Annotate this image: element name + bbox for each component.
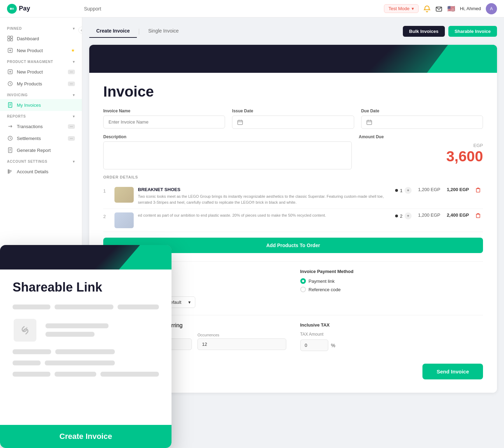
svg-rect-18 (476, 189, 480, 192)
sidebar-settlements-label: Settlements (17, 136, 41, 141)
new-product-icon (7, 69, 13, 75)
sidebar-section-invoicing: INVOICING ▾ (0, 90, 82, 99)
order-item-delete-2[interactable] (473, 212, 483, 219)
calendar-icon (237, 119, 243, 125)
notification-icon[interactable] (424, 5, 430, 12)
amount-currency: EGP (359, 143, 483, 148)
invoice-name-label: Invoice Name (103, 108, 225, 113)
new-product-badge: ··· (68, 70, 75, 74)
chevron-icon-5: ▾ (73, 160, 75, 163)
sidebar-item-account-details[interactable]: Account Details (0, 166, 82, 177)
due-date-input[interactable] (361, 115, 483, 129)
order-item-delete-1[interactable] (473, 187, 483, 194)
page-header: Create Invoice | Single Invoice Bulk Inv… (89, 24, 497, 38)
qty-dot-2 (395, 215, 398, 217)
transactions-badge: ··· (68, 124, 75, 129)
tax-section: Inclusive TAX TAX Amount % (300, 322, 483, 351)
due-date-label: Due Date (361, 108, 483, 113)
svg-point-1 (12, 8, 14, 10)
test-mode-dropdown[interactable]: Test Mode ▾ (384, 4, 419, 13)
svg-rect-6 (10, 39, 13, 41)
svg-rect-14 (8, 171, 9, 172)
dashboard-icon (7, 35, 13, 42)
tab-single-invoice[interactable]: Single Invoice (141, 24, 186, 38)
topbar-nav: Support (84, 6, 384, 12)
sidebar-item-new-product[interactable]: New Product ··· (0, 66, 82, 78)
percent-symbol: % (331, 343, 335, 348)
issue-date-input[interactable] (232, 115, 354, 129)
product-icon (7, 47, 13, 54)
amount-due-group: Amount Due EGP 3,600 (359, 134, 483, 169)
order-section-title: ORDER DETAILS (103, 175, 483, 179)
sidebar-item-transactions[interactable]: Transactions ··· (0, 120, 82, 132)
skeleton-block-9 (55, 372, 96, 377)
topbar-right: Test Mode ▾ 🇺🇸 Hi, Ahmed A (384, 3, 497, 14)
svg-point-0 (10, 8, 12, 10)
occurrences-input[interactable] (197, 338, 286, 350)
order-item-desc-2: ed content as part of our ambition to en… (138, 212, 391, 218)
chevron-icon: ▾ (73, 27, 75, 30)
sidebar-section-product-mgmt: PRODUCT MANAGMENT ▾ (0, 56, 82, 66)
tax-amount-input[interactable] (300, 340, 328, 351)
sharable-invoice-btn[interactable]: Sharable Invoice (448, 26, 497, 37)
svg-rect-17 (367, 120, 372, 125)
support-link[interactable]: Support (84, 6, 101, 12)
bulk-invoices-btn[interactable]: Bulk Invoices (403, 26, 445, 37)
order-item-name-1: BREAKNET SHOES (138, 187, 391, 192)
settlements-badge: ··· (68, 136, 75, 141)
logo-text: Pay (19, 5, 30, 12)
my-products-icon (7, 80, 13, 87)
issue-date-group: Issue Date (232, 108, 354, 129)
tax-row: % (300, 340, 483, 351)
create-invoice-modal-btn[interactable]: Create Invoice (0, 425, 172, 448)
order-item-img-2 (114, 212, 134, 228)
qty-increase-btn-1[interactable]: + (405, 187, 412, 194)
user-avatar[interactable]: A (486, 3, 497, 14)
modal-icon-row (13, 318, 159, 342)
language-flag[interactable]: 🇺🇸 (447, 5, 455, 13)
send-invoice-btn[interactable]: Send Invoice (422, 364, 483, 379)
sidebar-my-invoices-label: My Invoices (17, 103, 41, 108)
logo-icon (7, 4, 17, 14)
skeleton-block-4 (13, 349, 51, 354)
tab-create-invoice[interactable]: Create Invoice (89, 24, 137, 38)
order-item-desc-1: Two iconic looks meet as the LEGO Group … (138, 194, 391, 205)
due-date-group: Due Date (361, 108, 483, 129)
chevron-down-icon: ▾ (412, 6, 414, 11)
sidebar-item-my-products[interactable]: My Products ··· (0, 78, 82, 90)
reference-code-label: Reference code (309, 287, 341, 292)
reference-code-row: Reference code (300, 287, 483, 292)
skeleton-block-10 (100, 372, 159, 377)
page-tabs: Create Invoice | Single Invoice (89, 24, 186, 38)
mail-icon[interactable] (435, 5, 442, 12)
svg-rect-5 (8, 39, 10, 41)
order-item-info-1: BREAKNET SHOES Two iconic looks meet as … (138, 187, 391, 205)
order-item-info-2: ed content as part of our ambition to en… (138, 212, 391, 218)
payment-title: Invoice Payment Method (300, 269, 483, 274)
sidebar-item-new-product-pinned[interactable]: New Product ★ (0, 44, 82, 56)
sidebar-item-dashboard[interactable]: Dashboard (0, 33, 82, 44)
test-mode-label: Test Mode (388, 6, 410, 11)
sidebar-dashboard-label: Dashboard (17, 36, 39, 41)
skeleton-row-1 (13, 304, 159, 309)
svg-rect-13 (8, 170, 9, 170)
reference-code-radio[interactable] (300, 287, 306, 292)
sidebar-item-generate-report[interactable]: Generate Report (0, 144, 82, 156)
description-textarea[interactable] (103, 141, 352, 169)
svg-rect-19 (476, 214, 480, 218)
sidebar-account-details-label: Account Details (17, 169, 48, 174)
logo[interactable]: Pay (7, 4, 84, 14)
sidebar-item-my-invoices[interactable]: My Invoices (0, 99, 82, 111)
skeleton-long-1 (46, 323, 108, 328)
sidebar-item-settlements[interactable]: Settlements ··· (0, 132, 82, 144)
amount-due-value: 3,600 (359, 148, 483, 165)
my-products-badge: ··· (68, 82, 75, 86)
order-item-num-2: 2 (103, 212, 110, 219)
qty-dot-1 (395, 189, 398, 192)
invoice-name-input[interactable] (103, 115, 225, 128)
payment-link-radio[interactable] (300, 278, 306, 284)
qty-increase-btn-2[interactable]: + (405, 212, 412, 219)
sidebar-generate-report-label: Generate Report (17, 148, 51, 153)
sidebar-my-products-label: My Products (17, 81, 42, 86)
modal-body: Shareable Link (0, 270, 172, 425)
